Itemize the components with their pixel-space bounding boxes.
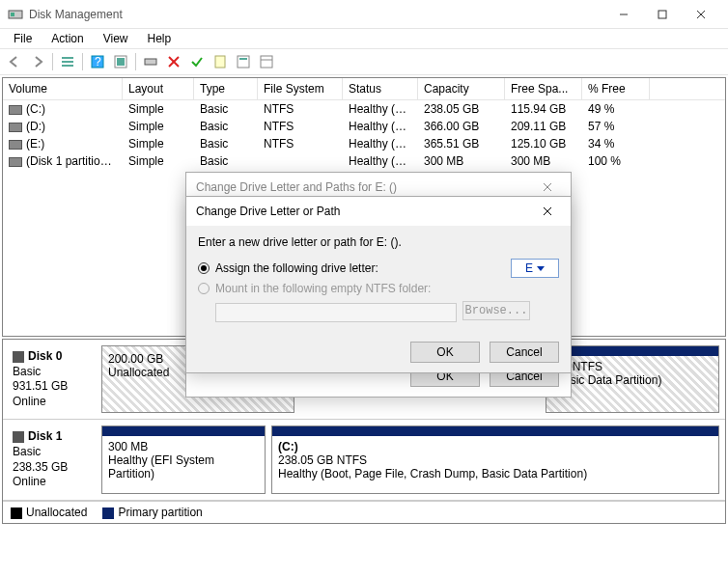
col-layout[interactable]: Layout bbox=[123, 78, 194, 99]
legend-swatch-unallocated bbox=[11, 507, 22, 519]
settings-icon[interactable] bbox=[256, 51, 277, 72]
column-headers: Volume Layout Type File System Status Ca… bbox=[3, 78, 725, 100]
cancel-button[interactable]: Cancel bbox=[490, 342, 559, 363]
legend-swatch-primary bbox=[102, 507, 114, 519]
svg-rect-13 bbox=[145, 59, 156, 65]
menu-action[interactable]: Action bbox=[43, 30, 91, 47]
partition[interactable]: GB NTFS(Basic Data Partition) bbox=[546, 345, 719, 413]
volume-icon bbox=[9, 105, 22, 115]
folder-input bbox=[215, 303, 457, 322]
mount-label: Mount in the following empty NTFS folder… bbox=[215, 282, 431, 295]
maximize-button[interactable] bbox=[643, 1, 682, 28]
svg-rect-18 bbox=[239, 58, 247, 60]
svg-rect-6 bbox=[62, 57, 73, 59]
volume-row[interactable]: (C:) SimpleBasicNTFSHealthy (B...238.05 … bbox=[3, 100, 725, 118]
new-icon[interactable] bbox=[210, 51, 231, 72]
drive-letter-select[interactable]: E bbox=[511, 259, 559, 278]
assign-radio[interactable] bbox=[198, 262, 210, 274]
svg-text:?: ? bbox=[95, 55, 101, 69]
volume-row[interactable]: (D:) SimpleBasicNTFSHealthy (B...366.00 … bbox=[3, 118, 725, 135]
check-icon[interactable] bbox=[186, 51, 208, 72]
volume-icon bbox=[9, 140, 22, 150]
partition[interactable]: 300 MBHealthy (EFI System Partition) bbox=[101, 425, 266, 493]
col-type[interactable]: Type bbox=[194, 78, 258, 99]
app-icon bbox=[8, 7, 23, 22]
toolbar: ? bbox=[0, 48, 728, 75]
change-letter-dialog: Change Drive Letter or Path Enter a new … bbox=[185, 196, 572, 373]
mount-radio[interactable] bbox=[198, 283, 210, 294]
svg-rect-8 bbox=[62, 65, 73, 67]
delete-icon[interactable] bbox=[163, 51, 184, 72]
menubar: File Action View Help bbox=[0, 29, 728, 48]
chevron-down-icon bbox=[537, 266, 545, 271]
dialog-title: Change Drive Letter or Path bbox=[196, 205, 534, 218]
close-button[interactable] bbox=[682, 1, 720, 28]
window-title: Disk Management bbox=[29, 8, 604, 21]
legend: Unallocated Primary partition bbox=[3, 501, 725, 523]
svg-rect-16 bbox=[215, 56, 225, 68]
menu-file[interactable]: File bbox=[6, 30, 40, 47]
volume-row[interactable]: (Disk 1 partition 1) SimpleBasicHealthy … bbox=[3, 152, 725, 170]
disk-info[interactable]: Disk 0 Basic931.51 GBOnline bbox=[9, 345, 96, 413]
col-pct[interactable]: % Free bbox=[582, 78, 650, 99]
ok-button[interactable]: OK bbox=[410, 342, 480, 363]
partition[interactable]: (C:) 238.05 GB NTFSHealthy (Boot, Page F… bbox=[271, 425, 719, 493]
col-fs[interactable]: File System bbox=[258, 78, 343, 99]
disk-row: Disk 1 Basic238.35 GBOnline 300 MBHealth… bbox=[3, 420, 725, 500]
menu-view[interactable]: View bbox=[96, 30, 136, 47]
dialog-prompt: Enter a new drive letter or path for E: … bbox=[198, 235, 559, 249]
menu-help[interactable]: Help bbox=[140, 30, 180, 47]
list-icon[interactable] bbox=[57, 51, 78, 72]
svg-rect-3 bbox=[658, 11, 666, 18]
volume-row[interactable]: (E:) SimpleBasicNTFSHealthy (B...365.51 … bbox=[3, 135, 725, 152]
disk-icon bbox=[13, 431, 24, 443]
dialog-title: Change Drive Letter and Paths for E: () bbox=[196, 180, 534, 194]
disk-icon bbox=[13, 351, 24, 363]
svg-rect-7 bbox=[62, 61, 73, 63]
drive-icon[interactable] bbox=[140, 51, 161, 72]
help-icon[interactable]: ? bbox=[87, 51, 108, 72]
col-status[interactable]: Status bbox=[343, 78, 418, 99]
properties-icon[interactable] bbox=[233, 51, 254, 72]
titlebar: Disk Management bbox=[0, 0, 728, 29]
disk-info[interactable]: Disk 1 Basic238.35 GBOnline bbox=[9, 425, 96, 493]
refresh-icon[interactable] bbox=[110, 51, 131, 72]
svg-rect-12 bbox=[117, 58, 125, 66]
back-icon[interactable] bbox=[4, 51, 25, 72]
close-icon[interactable] bbox=[534, 200, 561, 223]
col-volume[interactable]: Volume bbox=[3, 78, 123, 99]
svg-rect-1 bbox=[11, 13, 14, 16]
minimize-button[interactable] bbox=[604, 1, 643, 28]
svg-rect-17 bbox=[238, 56, 249, 68]
forward-icon[interactable] bbox=[27, 51, 48, 72]
assign-label: Assign the following drive letter: bbox=[215, 261, 378, 275]
col-capacity[interactable]: Capacity bbox=[418, 78, 505, 99]
volume-icon bbox=[9, 123, 22, 132]
browse-button: Browse... bbox=[462, 301, 530, 320]
svg-rect-19 bbox=[261, 56, 272, 68]
col-free[interactable]: Free Spa... bbox=[505, 78, 582, 99]
volume-icon bbox=[9, 157, 22, 167]
